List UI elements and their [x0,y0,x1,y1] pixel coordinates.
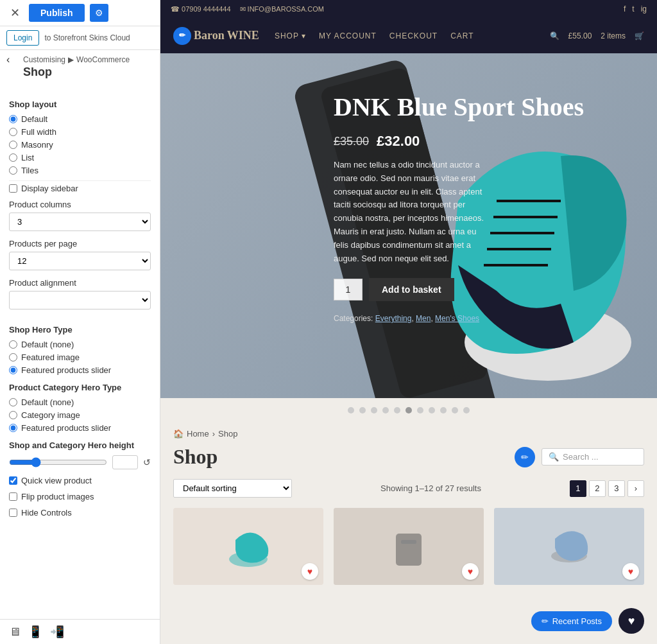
site-nav-items: SHOP ▾ MY ACCOUNT CHECKOUT CART [275,31,534,40]
hero-height-value[interactable] [112,455,138,469]
shop-edit-icon[interactable]: ✏ [515,447,535,467]
email-address: ✉ INFO@BAROSSA.COM [240,5,324,13]
product-alignment-select[interactable]: Left Center Right [9,291,151,309]
wishlist-icon-2[interactable]: ♥ [462,563,479,580]
category-men[interactable]: Men [416,314,431,323]
breadcrumb-parent[interactable]: Customising [23,55,65,64]
flip-product-images-checkbox[interactable]: Flip product images [9,492,151,501]
hero-default-none[interactable]: Default (none) [9,340,151,349]
shop-title: Shop [173,445,218,469]
cart-icon[interactable]: 🛒 [635,31,644,40]
dot-7[interactable] [417,407,423,413]
home-icon: 🏠 [173,429,183,439]
page-next-button[interactable]: › [627,480,644,497]
logo-text: Baron WINE [194,29,259,42]
dot-2[interactable] [359,407,366,413]
hero-title: DNK Blue Sport Shoes [334,92,584,123]
page-1-button[interactable]: 1 [570,480,586,497]
add-to-basket-button[interactable]: Add to basket [369,278,454,301]
product-card-2[interactable]: ♥ [334,508,484,585]
desktop-icon[interactable]: 🖥 [9,625,21,639]
recent-posts-area: ✏ Recent Posts ♥ [160,598,657,644]
layout-masonry[interactable]: Masonry [9,140,151,150]
category-mens-shoes[interactable]: Men's Shoes [435,314,479,323]
hero-height-label: Shop and Category Hero height [9,440,151,450]
product-image-1: ♥ [173,508,323,585]
cat-hero-category-image[interactable]: Category image [9,410,151,420]
gear-button[interactable]: ⚙ [90,4,108,22]
left-panel: ✕ Publish ⚙ Login to Storefront Skins Cl… [0,0,160,644]
twitter-icon[interactable]: t [632,4,634,13]
breadcrumb-current: WooCommerce [76,55,130,64]
nav-checkout[interactable]: CHECKOUT [389,31,438,40]
cart-price: £55.00 [568,31,592,40]
layout-list[interactable]: List [9,153,151,162]
products-per-page-label: Products per page [9,239,151,248]
search-nav-icon[interactable]: 🔍 [550,31,559,40]
hide-controls-label: Hide Controls [21,508,72,518]
category-everything[interactable]: Everything [375,314,412,323]
recent-posts-button[interactable]: ✏ Recent Posts [531,611,612,631]
refresh-icon[interactable]: ↺ [143,457,151,467]
page-3-button[interactable]: 3 [608,480,625,497]
cat-hero-default-none[interactable]: Default (none) [9,397,151,407]
close-button[interactable]: ✕ [6,4,24,21]
breadcrumb-sep: › [212,429,215,439]
shop-layout-group: Default Full width Masonry List Tiles [9,114,151,175]
logo-icon: ✏ [173,27,191,45]
hero-featured-products-slider[interactable]: Featured products slider [9,365,151,375]
tablet-icon[interactable]: 📱 [28,625,42,639]
breadcrumb-separator: ▶ [68,55,74,64]
page-2-button[interactable]: 2 [589,480,606,497]
dot-9[interactable] [440,407,447,413]
dot-8[interactable] [429,407,435,413]
wishlist-icon-1[interactable]: ♥ [302,563,318,580]
layout-default[interactable]: Default [9,114,151,124]
quick-view-checkbox[interactable]: Quick view product [9,476,151,485]
hero-height-slider[interactable] [9,457,107,467]
product-card-3[interactable]: ♥ [494,508,644,585]
publish-button[interactable]: Publish [29,4,85,22]
dot-6[interactable] [405,407,412,413]
pagination: 1 2 3 › [570,480,644,497]
dot-10[interactable] [452,407,458,413]
mobile-icon[interactable]: 📲 [50,625,64,639]
dot-4[interactable] [382,407,389,413]
dot-3[interactable] [371,407,377,413]
hero-featured-image[interactable]: Featured image [9,352,151,362]
hero-price: £35.00 £32.00 [334,133,584,150]
hero-new-price: £32.00 [377,133,420,150]
cat-hero-featured-products-slider[interactable]: Featured products slider [9,423,151,433]
instagram-icon[interactable]: ig [641,4,647,13]
display-sidebar-checkbox[interactable]: Display sidebar [9,184,151,193]
dot-11[interactable] [463,407,470,413]
hero-height-slider-row: ↺ [9,455,151,469]
sort-select[interactable]: Default sorting Sort by popularity Sort … [173,479,292,498]
layout-tiles[interactable]: Tiles [9,166,151,175]
product-image-2: ♥ [334,508,484,585]
breadcrumb-home-link[interactable]: Home [187,429,209,439]
nav-cart[interactable]: CART [450,31,474,40]
shop-search-box[interactable]: 🔍 Search ... [542,448,644,466]
hide-controls-checkbox[interactable]: Hide Controls [9,508,151,518]
nav-shop[interactable]: SHOP ▾ [275,31,306,40]
wishlist-icon-3[interactable]: ♥ [622,563,639,580]
dot-1[interactable] [348,407,354,413]
layout-full-width[interactable]: Full width [9,127,151,137]
dot-5[interactable] [394,407,400,413]
back-button[interactable]: ‹ [6,54,10,65]
product-columns-select[interactable]: 3 1 2 4 5 [9,213,151,231]
facebook-icon[interactable]: f [624,4,626,13]
heart-fab-button[interactable]: ♥ [619,608,644,634]
site-logo[interactable]: ✏ Baron WINE [173,27,259,45]
hero-actions: Add to basket [334,278,584,301]
products-per-page-select[interactable]: 12 8 16 24 48 [9,252,151,270]
nav-my-account[interactable]: MY ACCOUNT [319,31,377,40]
login-button[interactable]: Login [6,30,39,46]
shop-hero-type-label: Shop Hero Type [9,325,151,335]
svg-rect-8 [401,540,416,544]
product-card-1[interactable]: ♥ [173,508,323,585]
bottom-bar: 🖥 📱 📲 [0,619,160,644]
quantity-input[interactable] [334,279,363,300]
slider-dots [160,398,657,422]
